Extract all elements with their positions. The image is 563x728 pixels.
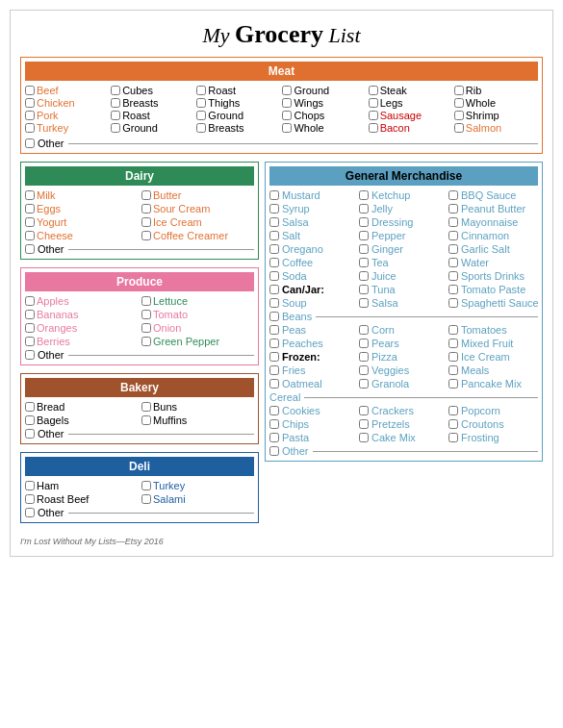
gm-tomatoes-cb[interactable]: [448, 325, 458, 335]
meat-shrimp-cb[interactable]: [454, 111, 464, 120]
gm-oatmeal-cb[interactable]: [269, 379, 279, 389]
gm-tuna-cb[interactable]: [359, 285, 369, 294]
gm-spaghettisauce-cb[interactable]: [448, 298, 458, 308]
dairy-yogurt-cb[interactable]: [25, 217, 35, 227]
meat-thighs-cb[interactable]: [196, 98, 206, 108]
bakery-muffins-cb[interactable]: [141, 415, 151, 425]
produce-oranges-cb[interactable]: [25, 323, 35, 333]
gm-salsa-cb[interactable]: [269, 217, 279, 227]
gm-frosting-cb[interactable]: [448, 433, 458, 442]
meat-breasts2-cb[interactable]: [196, 123, 206, 133]
produce-berries-cb[interactable]: [25, 337, 35, 346]
gm-bbq-cb[interactable]: [448, 190, 458, 200]
gm-peaches-cb[interactable]: [269, 339, 279, 348]
meat-chicken-cb[interactable]: [25, 98, 35, 108]
meat-legs-cb[interactable]: [369, 98, 378, 108]
gm-juice-cb[interactable]: [359, 271, 369, 281]
gm-coffee-cb[interactable]: [269, 258, 279, 267]
dairy-butter-cb[interactable]: [141, 190, 151, 200]
meat-ground2-cb[interactable]: [196, 111, 206, 120]
gm-ketchup-cb[interactable]: [359, 190, 369, 200]
meat-steak-cb[interactable]: [369, 86, 378, 95]
gm-sportsdrinks-cb[interactable]: [448, 271, 458, 281]
gm-canjar-cb[interactable]: [269, 285, 279, 294]
gm-soda-cb[interactable]: [269, 271, 279, 281]
gm-croutons-cb[interactable]: [448, 419, 458, 429]
gm-tomatopaste-cb[interactable]: [448, 285, 458, 294]
gm-pancakemix-cb[interactable]: [448, 379, 458, 389]
dairy-other-cb[interactable]: [25, 244, 35, 254]
meat-salmon-cb[interactable]: [454, 123, 464, 133]
meat-other-cb[interactable]: [25, 138, 35, 148]
gm-other-cb[interactable]: [269, 446, 279, 456]
meat-roast-cb[interactable]: [196, 86, 206, 95]
dairy-icecream-cb[interactable]: [141, 217, 151, 227]
gm-veggies-cb[interactable]: [359, 365, 369, 375]
gm-pasta-cb[interactable]: [269, 433, 279, 442]
produce-onion-cb[interactable]: [141, 323, 151, 333]
dairy-sourcream-cb[interactable]: [141, 204, 151, 213]
gm-syrup-cb[interactable]: [269, 204, 279, 213]
meat-beef-cb[interactable]: [25, 86, 35, 95]
meat-sausage-cb[interactable]: [369, 111, 378, 120]
gm-mustard-cb[interactable]: [269, 190, 279, 200]
meat-ground3-cb[interactable]: [111, 123, 120, 133]
gm-oregano-cb[interactable]: [269, 244, 279, 254]
gm-cinnamon-cb[interactable]: [448, 231, 458, 240]
gm-ginger-cb[interactable]: [359, 244, 369, 254]
gm-icecream-cb[interactable]: [448, 352, 458, 362]
bakery-other-cb[interactable]: [25, 429, 35, 439]
gm-tea-cb[interactable]: [359, 258, 369, 267]
gm-meals-cb[interactable]: [448, 365, 458, 375]
meat-chops-cb[interactable]: [282, 111, 292, 120]
gm-pretzels-cb[interactable]: [359, 419, 369, 429]
gm-soup-cb[interactable]: [269, 298, 279, 308]
produce-lettuce-cb[interactable]: [141, 296, 151, 306]
gm-pizza-cb[interactable]: [359, 352, 369, 362]
gm-water-cb[interactable]: [448, 258, 458, 267]
gm-frozen-cb[interactable]: [269, 352, 279, 362]
meat-pork-cb[interactable]: [25, 111, 35, 120]
gm-jelly-cb[interactable]: [359, 204, 369, 213]
gm-salt-cb[interactable]: [269, 231, 279, 240]
dairy-cheese-cb[interactable]: [25, 231, 35, 240]
meat-roast2-cb[interactable]: [111, 111, 120, 120]
gm-granola-cb[interactable]: [359, 379, 369, 389]
dairy-milk-cb[interactable]: [25, 190, 35, 200]
gm-cakemix-cb[interactable]: [359, 433, 369, 442]
meat-cubes-cb[interactable]: [111, 86, 120, 95]
produce-tomato-cb[interactable]: [141, 310, 151, 319]
gm-mayo-cb[interactable]: [448, 217, 458, 227]
gm-dressing-cb[interactable]: [359, 217, 369, 227]
meat-whole-cb[interactable]: [454, 98, 464, 108]
gm-crackers-cb[interactable]: [359, 406, 369, 415]
deli-roastbeef-cb[interactable]: [25, 494, 35, 504]
produce-greenpepper-cb[interactable]: [141, 337, 151, 346]
bakery-buns-cb[interactable]: [141, 402, 151, 412]
deli-salami-cb[interactable]: [141, 494, 151, 504]
meat-bacon-cb[interactable]: [369, 123, 378, 133]
gm-pears-cb[interactable]: [359, 339, 369, 348]
deli-turkey-cb[interactable]: [141, 481, 151, 490]
gm-peanutbutter-cb[interactable]: [448, 204, 458, 213]
dairy-coffcream-cb[interactable]: [141, 231, 151, 240]
gm-peas-cb[interactable]: [269, 325, 279, 335]
gm-cookies-cb[interactable]: [269, 406, 279, 415]
gm-garlicsalt-cb[interactable]: [448, 244, 458, 254]
meat-wings-cb[interactable]: [282, 98, 292, 108]
produce-bananas-cb[interactable]: [25, 310, 35, 319]
bakery-bagels-cb[interactable]: [25, 415, 35, 425]
gm-corn-cb[interactable]: [359, 325, 369, 335]
gm-pepper-cb[interactable]: [359, 231, 369, 240]
gm-mixedfruit-cb[interactable]: [448, 339, 458, 348]
meat-rib-cb[interactable]: [454, 86, 464, 95]
gm-popcorn-cb[interactable]: [448, 406, 458, 415]
meat-breasts-cb[interactable]: [111, 98, 120, 108]
deli-ham-cb[interactable]: [25, 481, 35, 490]
gm-chips-cb[interactable]: [269, 419, 279, 429]
produce-apples-cb[interactable]: [25, 296, 35, 306]
bakery-bread-cb[interactable]: [25, 402, 35, 412]
deli-other-cb[interactable]: [25, 508, 35, 517]
gm-salsa2-cb[interactable]: [359, 298, 369, 308]
meat-whole2-cb[interactable]: [282, 123, 292, 133]
